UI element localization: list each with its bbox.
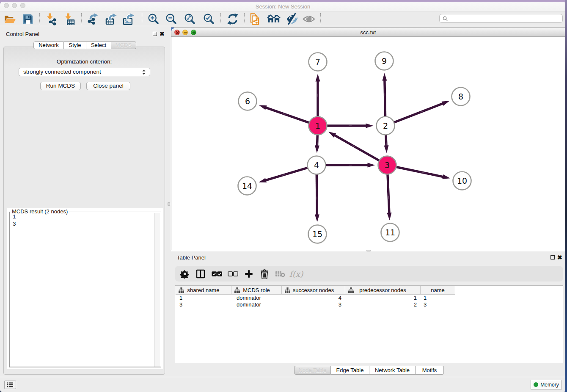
table-cell[interactable]: 1 [176,295,231,301]
network-window-titlebar: scc.txt [171,28,565,37]
float-panel-icon[interactable] [550,255,555,259]
column-header-name[interactable]: name [421,286,455,295]
status-bar: Memory [0,377,566,392]
export-network-button[interactable] [86,12,99,26]
close-panel-button[interactable]: Close panel [86,82,130,90]
show-all-button[interactable] [302,12,316,26]
table-cell[interactable]: 4 [282,295,345,301]
function-builder-button[interactable]: f(x) [289,267,303,281]
mcds-result-title: MCDS result (2 nodes) [10,208,69,215]
table-cell[interactable]: 3 [421,301,455,308]
open-session-button[interactable] [3,12,17,26]
tab-edge-table[interactable]: Edge Table [331,366,369,375]
memory-button[interactable]: Memory [531,380,562,389]
table-cell[interactable]: dominator [231,301,282,308]
delete-table-button[interactable] [273,267,287,281]
task-history-button[interactable] [4,381,16,389]
show-column-panel-button[interactable] [194,267,207,281]
export-table-button[interactable] [104,12,117,26]
tab-network[interactable]: Network [33,41,64,49]
vertical-splitter[interactable] [167,26,171,378]
edge-2-8[interactable] [385,101,449,126]
save-session-button[interactable] [21,12,35,26]
toolbar-separator [81,13,82,24]
network-close-button[interactable] [174,30,180,35]
graph-node-2[interactable]: 2 [377,117,395,135]
table-cell[interactable]: dominator [231,295,282,301]
criterion-dropdown[interactable]: strongly connected component [19,68,150,76]
create-column-button[interactable] [242,267,256,281]
desktop-background-right [565,0,567,392]
mcds-result-text[interactable]: 1 3 [9,212,161,367]
network-canvas[interactable]: 7968124314101511 [171,37,565,250]
column-header-predecessor-nodes[interactable]: predecessor nodes [345,286,421,295]
hide-selected-button[interactable] [286,12,299,26]
column-header-shared-name[interactable]: shared name [176,286,231,295]
graph-node-8[interactable]: 8 [452,88,470,106]
graph-node-7[interactable]: 7 [309,53,327,71]
graph-node-4[interactable]: 4 [308,156,326,174]
minimize-icon [184,31,187,35]
network-maximize-button[interactable] [191,30,196,35]
column-header-successor-nodes[interactable]: successor nodes [282,286,345,295]
table-cell[interactable]: 3 [282,301,345,308]
graph-node-6[interactable]: 6 [239,92,257,110]
close-panel-icon[interactable]: ✖ [557,255,562,260]
zoom-out-button[interactable] [165,12,178,26]
graph-node-10[interactable]: 10 [453,172,471,190]
network-minimize-button[interactable] [182,30,188,35]
unselect-all-columns-button[interactable] [226,267,239,281]
clone-network-button[interactable] [249,12,262,26]
memory-label: Memory [540,382,559,388]
criterion-value: strongly connected component [23,69,101,75]
select-all-columns-button[interactable] [210,267,223,281]
zoom-in-button[interactable] [147,12,160,26]
home-neighbors-button[interactable] [267,12,281,26]
apply-layout-button[interactable] [226,12,239,26]
hide-eye-icon [286,13,299,25]
export-image-button[interactable] [121,12,135,26]
checked-boxes-icon [212,271,222,277]
table-settings-button[interactable] [178,267,192,281]
search-box[interactable] [439,14,563,23]
graph-node-1[interactable]: 1 [309,117,327,135]
import-table-button[interactable] [63,12,77,26]
svg-text:6: 6 [245,97,250,106]
result-scrollbar[interactable] [154,213,160,367]
graph-node-14[interactable]: 14 [238,177,256,195]
close-panel-icon[interactable]: ✖ [160,31,165,36]
control-panel-tabs: NetworkStyleSelectMCDS [33,41,136,49]
table-cell[interactable]: 1 [345,295,421,301]
zoom-fit-button[interactable] [183,12,197,26]
splitter-handle[interactable] [168,202,170,206]
toolbar-separator [39,13,40,24]
graph-node-11[interactable]: 11 [381,224,399,242]
plus-icon [244,269,253,279]
column-header-MCDS-role[interactable]: MCDS role [231,286,282,295]
table-cell[interactable]: 1 [421,295,455,301]
tab-network-table[interactable]: Network Table [369,366,416,375]
graph-node-9[interactable]: 9 [375,52,394,70]
tab-style[interactable]: Style [64,41,86,49]
table-cell[interactable]: 3 [176,301,231,308]
table-cell[interactable]: 2 [345,301,421,308]
float-panel-icon[interactable] [153,32,157,36]
close-x-icon [176,31,179,35]
tab-node-table[interactable]: Node Table [294,366,331,375]
edge-3-1[interactable] [328,132,387,165]
optimization-criterion-label: Optimization criterion: [4,58,165,65]
show-eye-icon [303,13,315,25]
edge-3-10[interactable] [387,165,450,179]
run-mcds-button[interactable]: Run MCDS [40,82,81,90]
zoom-selected-button[interactable] [202,12,216,26]
tab-mcds[interactable]: MCDS [111,41,136,49]
delete-column-button[interactable] [258,267,271,281]
svg-text:1: 1 [315,121,320,130]
svg-text:2: 2 [383,121,388,130]
import-network-button[interactable] [45,12,58,26]
graph-node-3[interactable]: 3 [378,156,396,174]
graph-node-15[interactable]: 15 [308,225,327,243]
tab-motifs[interactable]: Motifs [416,366,444,375]
tab-select[interactable]: Select [86,41,111,49]
table-toolbar: f(x) [175,266,563,282]
